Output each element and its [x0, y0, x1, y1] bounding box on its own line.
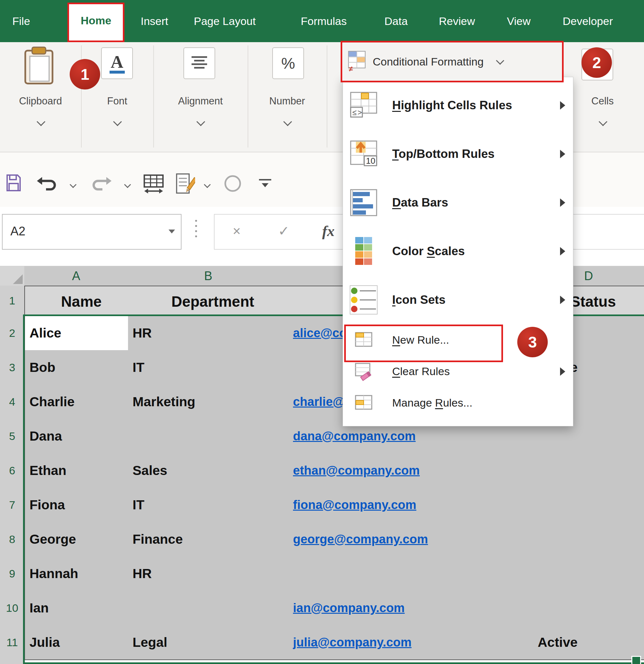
- cell-a11[interactable]: Julia: [24, 625, 138, 660]
- tab-home[interactable]: Home: [67, 3, 125, 42]
- menu-item-data-bars[interactable]: Data Bars: [343, 178, 573, 227]
- cell-a10[interactable]: Ian: [24, 591, 138, 626]
- row-header-5[interactable]: 5: [0, 419, 25, 454]
- cell-d8[interactable]: [533, 522, 644, 557]
- menu-item-color-scales[interactable]: Color Scales: [343, 227, 573, 275]
- paste-clipboard-icon[interactable]: [21, 46, 57, 88]
- touch-mode-button[interactable]: [223, 174, 242, 194]
- alignment-launcher-chevron-icon[interactable]: [196, 117, 205, 126]
- row-header-8[interactable]: 8: [0, 522, 25, 557]
- insert-function-button[interactable]: fx: [322, 215, 335, 248]
- tab-developer[interactable]: Developer: [563, 0, 613, 42]
- cell-a2[interactable]: Alice: [24, 316, 138, 351]
- form-tool-button[interactable]: [175, 172, 195, 196]
- column-header-b[interactable]: B: [128, 266, 289, 287]
- row-header-partial: [0, 660, 25, 664]
- enter-button[interactable]: ✓: [278, 215, 289, 248]
- menu-item-label: Clear Rules: [392, 365, 450, 378]
- save-button[interactable]: [5, 174, 22, 193]
- tab-file[interactable]: File: [12, 0, 30, 42]
- cell-b11[interactable]: Legal: [128, 625, 298, 660]
- percent-icon: %: [281, 55, 295, 72]
- column-header-a[interactable]: A: [24, 266, 129, 287]
- number-format-button[interactable]: %: [272, 47, 304, 79]
- select-all-corner[interactable]: [0, 266, 25, 286]
- clear-rules-icon: [348, 362, 379, 381]
- cells-launcher-chevron-icon[interactable]: [599, 117, 607, 126]
- cell-d11[interactable]: Active: [533, 625, 644, 660]
- name-box-dropdown-icon[interactable]: [169, 230, 175, 233]
- fill-handle[interactable]: [631, 656, 641, 664]
- submenu-arrow-icon: [560, 150, 565, 158]
- undo-dropdown-chevron-icon[interactable]: [70, 181, 77, 188]
- tab-formulas[interactable]: Formulas: [301, 0, 347, 42]
- number-launcher-chevron-icon[interactable]: [283, 117, 292, 126]
- cell-c7[interactable]: fiona@company.com: [288, 487, 543, 523]
- color-scales-icon: [348, 236, 379, 266]
- menu-item-label: Manage Rules...: [392, 396, 473, 409]
- alignment-button[interactable]: [184, 47, 215, 79]
- cell-b7[interactable]: IT: [128, 487, 298, 523]
- cell-a9[interactable]: Hannah: [24, 556, 138, 592]
- name-box[interactable]: A2: [2, 214, 181, 250]
- font-launcher-chevron-icon[interactable]: [113, 117, 122, 126]
- cell-a5[interactable]: Dana: [24, 419, 138, 454]
- menu-item-top-bottom-rules[interactable]: 10 Top/Bottom Rules: [343, 130, 573, 178]
- menu-item-manage-rules[interactable]: Manage Rules...: [343, 387, 573, 419]
- redo-button[interactable]: [89, 176, 113, 194]
- cell-b3[interactable]: IT: [128, 350, 298, 385]
- cell-a4[interactable]: Charlie: [24, 385, 138, 419]
- cell-a7[interactable]: Fiona: [24, 487, 138, 523]
- cell-d9[interactable]: [533, 556, 644, 592]
- cell-c8[interactable]: george@company.com: [288, 522, 543, 557]
- cell-b9[interactable]: HR: [128, 556, 298, 592]
- customize-qat-button[interactable]: [257, 177, 273, 192]
- row-header-10[interactable]: 10: [0, 591, 25, 626]
- cell-d10[interactable]: [533, 591, 644, 626]
- cell-c10[interactable]: ian@company.com: [288, 591, 543, 626]
- row-header-1[interactable]: 1: [0, 286, 25, 316]
- cell-b5[interactable]: [128, 419, 298, 454]
- cancel-button[interactable]: ×: [233, 215, 241, 248]
- cell-a3[interactable]: Bob: [24, 350, 138, 385]
- row-header-6[interactable]: 6: [0, 453, 25, 488]
- font-button[interactable]: A: [101, 47, 133, 79]
- row-header-2[interactable]: 2: [0, 316, 25, 351]
- clipboard-launcher-chevron-icon[interactable]: [37, 117, 45, 126]
- tab-insert[interactable]: Insert: [141, 0, 168, 42]
- tab-view[interactable]: View: [507, 0, 531, 42]
- undo-button[interactable]: [36, 176, 59, 194]
- cell-b6[interactable]: Sales: [128, 453, 298, 488]
- row-header-7[interactable]: 7: [0, 487, 25, 523]
- conditional-formatting-button[interactable]: ≠ Conditional Formatting: [341, 41, 564, 82]
- row-header-4[interactable]: 4: [0, 385, 25, 419]
- cell-b4[interactable]: Marketing: [128, 385, 298, 419]
- conditional-formatting-menu: ≤ > Highlight Cells Rules 10 Top/Bottom …: [343, 77, 573, 426]
- row-header-11[interactable]: 11: [0, 625, 25, 660]
- cell-d7[interactable]: [533, 487, 644, 523]
- cell-c11[interactable]: julia@company.com: [288, 625, 543, 660]
- row-header-3[interactable]: 3: [0, 350, 25, 385]
- cell-a1[interactable]: Name: [24, 286, 138, 317]
- form-dropdown-chevron-icon[interactable]: [204, 181, 211, 188]
- table-tool-button[interactable]: [141, 174, 166, 196]
- tab-review[interactable]: Review: [439, 0, 475, 42]
- menu-item-icon-sets[interactable]: Icon Sets: [343, 275, 573, 324]
- row-header-9[interactable]: 9: [0, 556, 25, 592]
- menu-item-label: Icon Sets: [392, 293, 446, 307]
- cell-b10[interactable]: [128, 591, 298, 626]
- cell-c9[interactable]: [288, 556, 543, 592]
- cell-a8[interactable]: George: [24, 522, 138, 557]
- submenu-arrow-icon: [560, 101, 565, 109]
- cell-b8[interactable]: Finance: [128, 522, 298, 557]
- cell-b1[interactable]: Department: [128, 286, 298, 317]
- menu-item-highlight-cells-rules[interactable]: ≤ > Highlight Cells Rules: [343, 81, 573, 130]
- tab-data[interactable]: Data: [384, 0, 408, 42]
- cell-d6[interactable]: [533, 453, 644, 488]
- cell-b2[interactable]: HR: [128, 316, 298, 351]
- cell-a6[interactable]: Ethan: [24, 453, 138, 488]
- redo-dropdown-chevron-icon[interactable]: [124, 181, 131, 188]
- cell-c6[interactable]: ethan@company.com: [288, 453, 543, 488]
- underline-a-icon: A: [110, 53, 125, 74]
- tab-page-layout[interactable]: Page Layout: [194, 0, 256, 42]
